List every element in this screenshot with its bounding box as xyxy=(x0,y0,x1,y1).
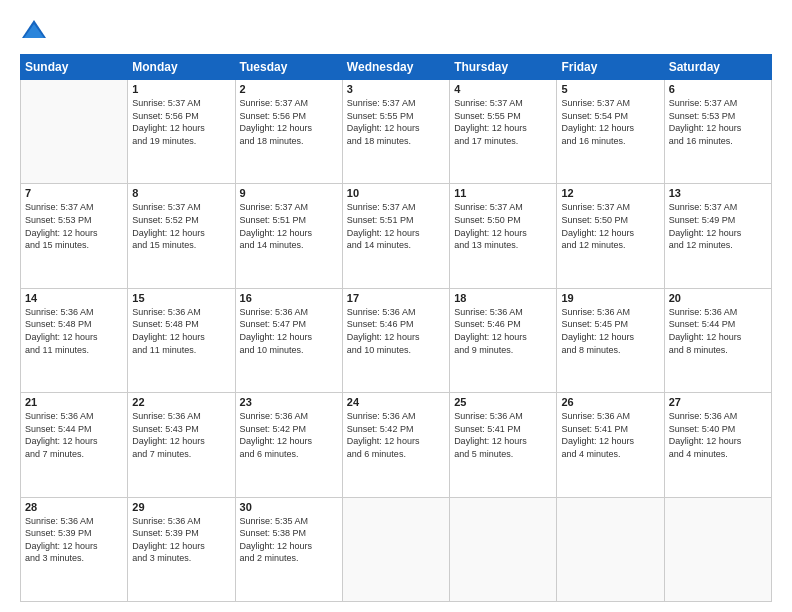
calendar-cell xyxy=(450,497,557,601)
day-info: Sunrise: 5:37 AM Sunset: 5:50 PM Dayligh… xyxy=(454,201,552,251)
day-info: Sunrise: 5:36 AM Sunset: 5:39 PM Dayligh… xyxy=(25,515,123,565)
week-row-3: 21Sunrise: 5:36 AM Sunset: 5:44 PM Dayli… xyxy=(21,393,772,497)
calendar-cell: 27Sunrise: 5:36 AM Sunset: 5:40 PM Dayli… xyxy=(664,393,771,497)
day-info: Sunrise: 5:37 AM Sunset: 5:51 PM Dayligh… xyxy=(347,201,445,251)
calendar-cell: 25Sunrise: 5:36 AM Sunset: 5:41 PM Dayli… xyxy=(450,393,557,497)
day-number: 19 xyxy=(561,292,659,304)
day-number: 12 xyxy=(561,187,659,199)
calendar-cell xyxy=(342,497,449,601)
calendar-cell: 6Sunrise: 5:37 AM Sunset: 5:53 PM Daylig… xyxy=(664,80,771,184)
calendar-cell: 14Sunrise: 5:36 AM Sunset: 5:48 PM Dayli… xyxy=(21,288,128,392)
day-info: Sunrise: 5:36 AM Sunset: 5:41 PM Dayligh… xyxy=(561,410,659,460)
day-info: Sunrise: 5:36 AM Sunset: 5:48 PM Dayligh… xyxy=(132,306,230,356)
day-info: Sunrise: 5:36 AM Sunset: 5:46 PM Dayligh… xyxy=(347,306,445,356)
calendar-cell: 18Sunrise: 5:36 AM Sunset: 5:46 PM Dayli… xyxy=(450,288,557,392)
calendar-cell: 3Sunrise: 5:37 AM Sunset: 5:55 PM Daylig… xyxy=(342,80,449,184)
calendar-cell: 24Sunrise: 5:36 AM Sunset: 5:42 PM Dayli… xyxy=(342,393,449,497)
calendar-cell: 10Sunrise: 5:37 AM Sunset: 5:51 PM Dayli… xyxy=(342,184,449,288)
calendar-cell: 17Sunrise: 5:36 AM Sunset: 5:46 PM Dayli… xyxy=(342,288,449,392)
calendar-cell: 30Sunrise: 5:35 AM Sunset: 5:38 PM Dayli… xyxy=(235,497,342,601)
day-number: 30 xyxy=(240,501,338,513)
day-number: 1 xyxy=(132,83,230,95)
calendar-cell xyxy=(557,497,664,601)
day-info: Sunrise: 5:36 AM Sunset: 5:45 PM Dayligh… xyxy=(561,306,659,356)
calendar-cell: 11Sunrise: 5:37 AM Sunset: 5:50 PM Dayli… xyxy=(450,184,557,288)
calendar-cell: 26Sunrise: 5:36 AM Sunset: 5:41 PM Dayli… xyxy=(557,393,664,497)
day-number: 22 xyxy=(132,396,230,408)
day-info: Sunrise: 5:37 AM Sunset: 5:53 PM Dayligh… xyxy=(25,201,123,251)
day-info: Sunrise: 5:37 AM Sunset: 5:55 PM Dayligh… xyxy=(454,97,552,147)
day-info: Sunrise: 5:37 AM Sunset: 5:55 PM Dayligh… xyxy=(347,97,445,147)
col-header-sunday: Sunday xyxy=(21,55,128,80)
col-header-wednesday: Wednesday xyxy=(342,55,449,80)
calendar-cell: 7Sunrise: 5:37 AM Sunset: 5:53 PM Daylig… xyxy=(21,184,128,288)
day-number: 7 xyxy=(25,187,123,199)
day-info: Sunrise: 5:36 AM Sunset: 5:39 PM Dayligh… xyxy=(132,515,230,565)
calendar-cell: 5Sunrise: 5:37 AM Sunset: 5:54 PM Daylig… xyxy=(557,80,664,184)
header xyxy=(20,16,772,44)
day-info: Sunrise: 5:37 AM Sunset: 5:50 PM Dayligh… xyxy=(561,201,659,251)
day-info: Sunrise: 5:36 AM Sunset: 5:42 PM Dayligh… xyxy=(347,410,445,460)
calendar-cell: 8Sunrise: 5:37 AM Sunset: 5:52 PM Daylig… xyxy=(128,184,235,288)
day-number: 2 xyxy=(240,83,338,95)
day-info: Sunrise: 5:36 AM Sunset: 5:44 PM Dayligh… xyxy=(669,306,767,356)
calendar-cell: 4Sunrise: 5:37 AM Sunset: 5:55 PM Daylig… xyxy=(450,80,557,184)
calendar-header-row: SundayMondayTuesdayWednesdayThursdayFrid… xyxy=(21,55,772,80)
day-info: Sunrise: 5:36 AM Sunset: 5:46 PM Dayligh… xyxy=(454,306,552,356)
day-number: 9 xyxy=(240,187,338,199)
calendar-cell: 28Sunrise: 5:36 AM Sunset: 5:39 PM Dayli… xyxy=(21,497,128,601)
col-header-tuesday: Tuesday xyxy=(235,55,342,80)
col-header-monday: Monday xyxy=(128,55,235,80)
day-info: Sunrise: 5:37 AM Sunset: 5:56 PM Dayligh… xyxy=(132,97,230,147)
day-number: 4 xyxy=(454,83,552,95)
calendar-cell xyxy=(664,497,771,601)
day-number: 13 xyxy=(669,187,767,199)
day-number: 16 xyxy=(240,292,338,304)
calendar-cell: 29Sunrise: 5:36 AM Sunset: 5:39 PM Dayli… xyxy=(128,497,235,601)
day-number: 21 xyxy=(25,396,123,408)
day-info: Sunrise: 5:36 AM Sunset: 5:47 PM Dayligh… xyxy=(240,306,338,356)
day-number: 14 xyxy=(25,292,123,304)
day-number: 24 xyxy=(347,396,445,408)
col-header-saturday: Saturday xyxy=(664,55,771,80)
calendar-cell: 1Sunrise: 5:37 AM Sunset: 5:56 PM Daylig… xyxy=(128,80,235,184)
day-number: 15 xyxy=(132,292,230,304)
week-row-4: 28Sunrise: 5:36 AM Sunset: 5:39 PM Dayli… xyxy=(21,497,772,601)
day-number: 20 xyxy=(669,292,767,304)
calendar-cell: 23Sunrise: 5:36 AM Sunset: 5:42 PM Dayli… xyxy=(235,393,342,497)
day-number: 5 xyxy=(561,83,659,95)
day-number: 29 xyxy=(132,501,230,513)
day-number: 10 xyxy=(347,187,445,199)
week-row-0: 1Sunrise: 5:37 AM Sunset: 5:56 PM Daylig… xyxy=(21,80,772,184)
day-info: Sunrise: 5:36 AM Sunset: 5:43 PM Dayligh… xyxy=(132,410,230,460)
day-number: 28 xyxy=(25,501,123,513)
day-info: Sunrise: 5:36 AM Sunset: 5:48 PM Dayligh… xyxy=(25,306,123,356)
calendar-cell: 21Sunrise: 5:36 AM Sunset: 5:44 PM Dayli… xyxy=(21,393,128,497)
week-row-2: 14Sunrise: 5:36 AM Sunset: 5:48 PM Dayli… xyxy=(21,288,772,392)
day-number: 8 xyxy=(132,187,230,199)
day-number: 3 xyxy=(347,83,445,95)
day-number: 11 xyxy=(454,187,552,199)
day-number: 26 xyxy=(561,396,659,408)
calendar-cell: 16Sunrise: 5:36 AM Sunset: 5:47 PM Dayli… xyxy=(235,288,342,392)
day-info: Sunrise: 5:37 AM Sunset: 5:54 PM Dayligh… xyxy=(561,97,659,147)
day-info: Sunrise: 5:37 AM Sunset: 5:51 PM Dayligh… xyxy=(240,201,338,251)
week-row-1: 7Sunrise: 5:37 AM Sunset: 5:53 PM Daylig… xyxy=(21,184,772,288)
calendar-cell: 20Sunrise: 5:36 AM Sunset: 5:44 PM Dayli… xyxy=(664,288,771,392)
calendar-cell: 2Sunrise: 5:37 AM Sunset: 5:56 PM Daylig… xyxy=(235,80,342,184)
day-number: 17 xyxy=(347,292,445,304)
day-info: Sunrise: 5:37 AM Sunset: 5:56 PM Dayligh… xyxy=(240,97,338,147)
logo xyxy=(20,16,52,44)
day-number: 27 xyxy=(669,396,767,408)
day-number: 23 xyxy=(240,396,338,408)
day-info: Sunrise: 5:36 AM Sunset: 5:44 PM Dayligh… xyxy=(25,410,123,460)
day-number: 25 xyxy=(454,396,552,408)
day-info: Sunrise: 5:37 AM Sunset: 5:52 PM Dayligh… xyxy=(132,201,230,251)
day-number: 18 xyxy=(454,292,552,304)
col-header-friday: Friday xyxy=(557,55,664,80)
day-info: Sunrise: 5:36 AM Sunset: 5:41 PM Dayligh… xyxy=(454,410,552,460)
day-info: Sunrise: 5:37 AM Sunset: 5:53 PM Dayligh… xyxy=(669,97,767,147)
calendar-cell: 13Sunrise: 5:37 AM Sunset: 5:49 PM Dayli… xyxy=(664,184,771,288)
page: SundayMondayTuesdayWednesdayThursdayFrid… xyxy=(0,0,792,612)
logo-icon xyxy=(20,16,48,44)
